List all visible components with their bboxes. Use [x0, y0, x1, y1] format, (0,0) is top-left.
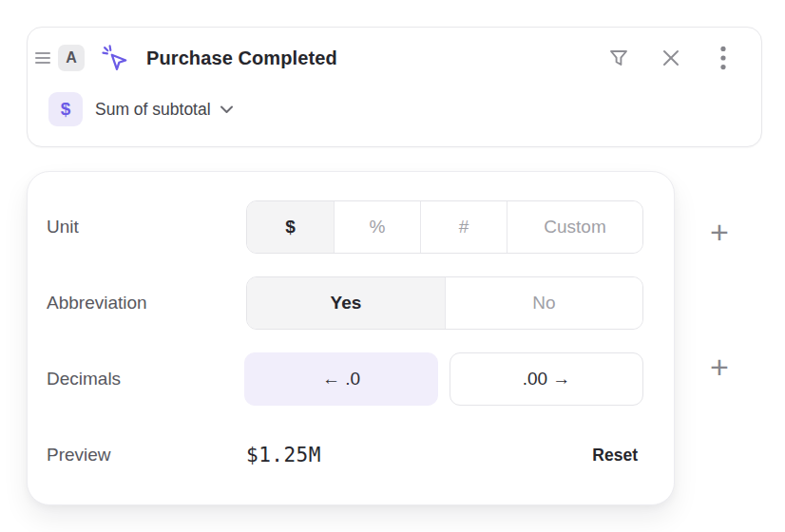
unit-segmented-control: $ % # Custom — [246, 200, 643, 254]
unit-option-dollar[interactable]: $ — [247, 201, 334, 253]
format-settings-panel: Unit $ % # Custom Abbreviation Yes No De… — [27, 171, 675, 505]
plus-icon: + — [710, 349, 729, 385]
event-card: A Purchase Completed — [27, 27, 762, 147]
unit-label: Unit — [47, 217, 246, 238]
metric-label: Sum of subtotal — [95, 100, 211, 120]
metric-dropdown[interactable]: Sum of subtotal — [95, 100, 234, 120]
close-icon — [661, 48, 681, 68]
unit-option-custom[interactable]: Custom — [507, 201, 642, 253]
unit-option-number[interactable]: # — [420, 201, 507, 253]
event-index-badge: A — [58, 45, 85, 71]
abbreviation-row: Abbreviation Yes No — [47, 276, 643, 330]
event-card-header: A Purchase Completed — [33, 41, 737, 75]
reset-button[interactable]: Reset — [592, 446, 638, 466]
click-cursor-icon — [101, 44, 129, 72]
preview-row: Preview $1.25M Reset — [47, 428, 643, 482]
decimals-row: Decimals ← .0 .00 → — [47, 352, 643, 406]
plus-icon: + — [710, 214, 729, 250]
kebab-icon — [720, 46, 726, 70]
preview-label: Preview — [47, 445, 246, 466]
drag-handle-icon[interactable] — [35, 52, 50, 64]
abbreviation-segmented-control: Yes No — [246, 276, 643, 330]
metric-row: $ Sum of subtotal — [48, 92, 737, 126]
dollar-symbol: $ — [61, 99, 71, 120]
funnel-icon — [607, 47, 630, 69]
abbreviation-option-no[interactable]: No — [445, 277, 642, 329]
add-filter-button[interactable]: + — [701, 214, 737, 250]
preview-value: $1.25M — [246, 444, 321, 466]
decimals-label: Decimals — [47, 369, 244, 390]
close-button[interactable] — [658, 45, 684, 71]
event-card-actions — [605, 45, 737, 71]
filter-button[interactable] — [605, 45, 632, 71]
decrease-decimals-button[interactable]: ← .0 — [244, 352, 438, 406]
abbreviation-option-yes[interactable]: Yes — [247, 277, 445, 329]
metric-editor: A Purchase Completed — [0, 0, 785, 532]
unit-option-percent[interactable]: % — [334, 201, 420, 253]
abbreviation-label: Abbreviation — [47, 293, 246, 314]
more-options-button[interactable] — [710, 45, 737, 71]
add-event-button[interactable]: + — [701, 349, 737, 385]
increase-decimals-button[interactable]: .00 → — [450, 352, 643, 406]
unit-row: Unit $ % # Custom — [47, 200, 643, 254]
dollar-badge: $ — [48, 92, 83, 126]
chevron-down-icon — [220, 104, 234, 114]
event-title[interactable]: Purchase Completed — [146, 48, 337, 69]
